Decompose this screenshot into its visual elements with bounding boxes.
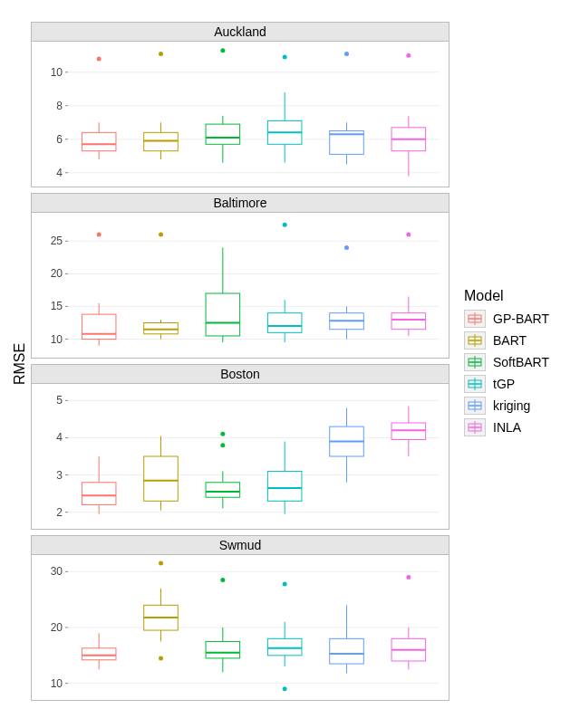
y-tick-label: 10 — [51, 333, 63, 346]
box-kriging — [330, 605, 364, 673]
y-tick-label: 20 — [51, 267, 63, 280]
box-kriging — [330, 52, 364, 165]
outlier-point — [220, 48, 225, 53]
facet-panel: Boston2345 — [31, 364, 450, 530]
facet-panel: Auckland46810 — [31, 22, 450, 187]
legend-label: GP-BART — [493, 311, 549, 326]
outlier-point — [159, 656, 163, 660]
y-tick-label: 6 — [56, 133, 63, 146]
svg-rect-54 — [267, 313, 302, 333]
y-tick-label: 3 — [56, 469, 63, 482]
box-INLA — [392, 53, 426, 177]
outlier-point — [220, 578, 225, 582]
box-kriging — [330, 408, 364, 483]
outlier-point — [344, 52, 349, 56]
y-tick-label: 15 — [51, 300, 63, 312]
legend-label: BART — [493, 333, 527, 348]
svg-rect-78 — [144, 456, 179, 501]
legend-label: INLA — [493, 420, 521, 435]
legend-label: tGP — [493, 377, 515, 391]
outlier-point — [283, 686, 287, 691]
y-tick-label: 4 — [56, 431, 63, 444]
outlier-point — [220, 443, 225, 447]
box-tGP — [267, 223, 302, 342]
legend-item: INLA — [464, 418, 549, 436]
box-INLA — [392, 575, 426, 669]
facet-strip: Baltimore — [32, 194, 449, 213]
svg-rect-18 — [206, 124, 240, 144]
legend: Model GP-BART BART SoftBART — [464, 288, 549, 440]
legend-item: GP-BART — [464, 310, 549, 328]
legend-title: Model — [464, 288, 549, 304]
box-tGP — [267, 442, 302, 514]
outlier-point — [344, 245, 349, 250]
legend-item: BART — [464, 331, 549, 350]
box-tGP — [267, 55, 302, 163]
svg-rect-50 — [206, 293, 240, 336]
facet-panel: Baltimore10152025 — [31, 193, 450, 359]
facet-panel: Swmud102030 — [31, 535, 450, 701]
box-INLA — [392, 233, 426, 336]
outlier-point — [159, 233, 163, 237]
legend-swatch — [464, 397, 486, 415]
y-tick-label: 25 — [51, 235, 63, 247]
svg-rect-112 — [206, 641, 240, 658]
box-SoftBART — [206, 578, 240, 672]
box-INLA — [392, 407, 426, 457]
legend-swatch — [464, 353, 486, 371]
box-SoftBART — [206, 247, 240, 342]
outlier-point — [283, 581, 287, 586]
box-kriging — [330, 245, 364, 340]
svg-rect-82 — [206, 483, 240, 497]
svg-rect-74 — [82, 483, 116, 505]
svg-rect-46 — [144, 323, 179, 334]
svg-rect-62 — [392, 313, 426, 330]
y-tick-label: 8 — [56, 100, 63, 112]
legend-label: kriging — [493, 398, 530, 413]
y-tick-label: 30 — [51, 565, 63, 578]
legend-item: kriging — [464, 397, 549, 415]
outlier-point — [406, 53, 411, 58]
svg-rect-104 — [82, 648, 116, 660]
legend-label: SoftBART — [493, 355, 549, 369]
outlier-point — [220, 432, 225, 436]
box-GP-BART — [82, 456, 116, 514]
plot-area: 102030 — [32, 555, 449, 700]
svg-rect-10 — [82, 132, 116, 150]
svg-rect-94 — [392, 423, 426, 440]
y-tick-label: 5 — [56, 394, 63, 407]
figure: RMSE Auckland46810Baltimore10152025Bosto… — [9, 9, 571, 719]
svg-rect-116 — [267, 638, 302, 656]
box-GP-BART — [82, 633, 116, 669]
box-BART — [144, 436, 179, 510]
outlier-point — [283, 223, 287, 227]
legend-swatch — [464, 418, 486, 436]
outlier-point — [159, 561, 163, 566]
svg-rect-42 — [82, 314, 116, 339]
legend-swatch — [464, 310, 486, 328]
legend-item: SoftBART — [464, 353, 549, 371]
panels: Auckland46810Baltimore10152025Boston2345… — [31, 22, 450, 706]
y-tick-label: 4 — [56, 167, 63, 179]
legend-swatch — [464, 331, 486, 350]
outlier-point — [406, 233, 411, 237]
y-tick-label: 10 — [51, 677, 63, 690]
y-axis-label: RMSE — [12, 343, 28, 385]
legend-swatch — [464, 375, 486, 393]
plot-area: 46810 — [32, 42, 449, 187]
box-SoftBART — [206, 432, 240, 509]
outlier-point — [159, 52, 163, 56]
y-tick-label: 10 — [51, 66, 63, 79]
facet-strip: Swmud — [32, 536, 449, 555]
svg-rect-120 — [330, 638, 364, 664]
svg-rect-86 — [267, 471, 302, 501]
box-BART — [144, 233, 179, 340]
outlier-point — [97, 56, 102, 61]
box-BART — [144, 561, 179, 661]
facet-strip: Auckland — [32, 23, 449, 42]
y-axis-label-container: RMSE — [9, 9, 31, 719]
legend-item: tGP — [464, 375, 549, 393]
outlier-point — [283, 55, 287, 60]
facet-strip: Boston — [32, 365, 449, 384]
y-tick-label: 2 — [56, 506, 63, 519]
